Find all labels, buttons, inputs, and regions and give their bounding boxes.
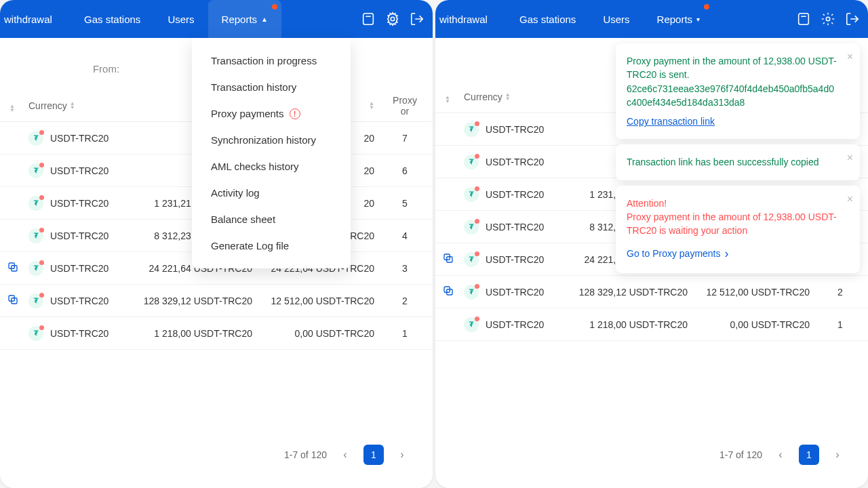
- proxy-cell: 12 512,00 USDT-TRC20: [259, 296, 381, 306]
- toast-attention: × Attention! Proxy payment in the amount…: [616, 186, 860, 273]
- toast-stack: × Proxy payment in the amount of 12,938.…: [616, 43, 860, 273]
- nav-withdrawal[interactable]: withdrawal: [0, 0, 52, 38]
- toast-payment-sent: × Proxy payment in the amount of 12,938.…: [616, 43, 860, 139]
- col-currency[interactable]: Currency▲▼: [22, 100, 123, 111]
- table-row: ₮USDT-TRC201 218,00 USDT-TRC200,00 USDT-…: [0, 317, 433, 350]
- copy-icon[interactable]: [442, 256, 454, 266]
- usdt-icon: ₮: [464, 252, 479, 267]
- nav-reports-label: Reports: [222, 14, 258, 25]
- dd-synchronization-history[interactable]: Synchronization history: [192, 127, 351, 153]
- caret-up-icon: ▲: [261, 16, 268, 23]
- nav-reports-label: Reports: [657, 14, 693, 25]
- count-cell: 3: [381, 263, 429, 274]
- from-label: From:: [93, 63, 119, 75]
- usdt-icon: ₮: [28, 196, 43, 211]
- notification-dot-icon: [704, 4, 709, 9]
- navbar: withdrawal Gas stations Users Reports ▲: [0, 0, 433, 38]
- page-prev[interactable]: ‹: [770, 445, 791, 465]
- dd-transaction-in-progress[interactable]: Transaction in progress: [192, 47, 351, 74]
- count-cell: 7: [381, 133, 429, 144]
- close-icon[interactable]: ×: [847, 49, 853, 64]
- sort-icon[interactable]: ▲▼: [445, 96, 450, 104]
- close-icon[interactable]: ×: [847, 191, 853, 207]
- dd-generate-log-file[interactable]: Generate Log file: [192, 232, 351, 259]
- nav-users[interactable]: Users: [589, 0, 643, 38]
- right-panel: withdrawal Gas stations Users Reports ▾ …: [435, 0, 868, 488]
- currency-cell: ₮USDT-TRC20: [457, 317, 559, 332]
- currency-cell: ₮USDT-TRC20: [22, 196, 123, 211]
- logout-icon[interactable]: [410, 12, 425, 26]
- currency-cell: ₮USDT-TRC20: [22, 326, 123, 341]
- dd-aml-checks-history[interactable]: AML checks history: [192, 153, 351, 180]
- usdt-icon: ₮: [464, 122, 479, 137]
- toast-copied-text: Transaction link has been successfully c…: [627, 155, 838, 169]
- count-cell: 5: [381, 198, 429, 209]
- page-current[interactable]: 1: [363, 445, 384, 465]
- usdt-icon: ₮: [28, 326, 43, 341]
- gear-icon[interactable]: [385, 12, 400, 26]
- copy-icon[interactable]: [442, 288, 454, 299]
- dd-balance-sheet[interactable]: Balance sheet: [192, 206, 351, 232]
- logout-icon[interactable]: [845, 12, 860, 26]
- pagination: 1-7 of 120 ‹ 1 ›: [284, 445, 412, 465]
- dd-transaction-history[interactable]: Transaction history: [192, 74, 351, 100]
- page-current[interactable]: 1: [799, 445, 819, 465]
- currency-cell: ₮USDT-TRC20: [22, 293, 123, 308]
- copy-icon[interactable]: [7, 297, 19, 308]
- table-row: ₮USDT-TRC20128 329,12 USDT-TRC2012 512,0…: [0, 285, 433, 317]
- sort-icon[interactable]: ▲▼: [9, 104, 15, 113]
- toast-sent-text: Proxy payment in the amount of 12,938.00…: [627, 54, 838, 82]
- page-prev[interactable]: ‹: [335, 445, 355, 465]
- nav-reports[interactable]: Reports ▲: [208, 0, 281, 38]
- svg-rect-0: [363, 14, 374, 25]
- pagination-range: 1-7 of 120: [284, 449, 327, 460]
- copy-transaction-link[interactable]: Copy transaction link: [627, 115, 715, 128]
- dd-proxy-payments[interactable]: Proxy payments !: [192, 100, 351, 127]
- copy-icon[interactable]: [7, 264, 19, 275]
- pagination-range: 1-7 of 120: [719, 449, 762, 460]
- count-cell: 2: [816, 287, 864, 298]
- usdt-icon: ₮: [464, 317, 479, 332]
- calculator-icon[interactable]: [796, 12, 811, 26]
- table-row: ₮USDT-TRC20128 329,12 USDT-TRC2012 512,0…: [435, 276, 868, 308]
- currency-cell: ₮USDT-TRC20: [22, 261, 123, 276]
- currency-cell: ₮USDT-TRC20: [22, 228, 123, 243]
- navbar: withdrawal Gas stations Users Reports ▾: [435, 0, 868, 38]
- usdt-icon: ₮: [464, 220, 479, 235]
- col-currency[interactable]: Currency▲▼: [457, 92, 559, 102]
- dd-activity-log[interactable]: Activity log: [192, 180, 351, 206]
- nav-gas-stations[interactable]: Gas stations: [506, 0, 589, 38]
- usdt-icon: ₮: [28, 261, 43, 276]
- svg-point-8: [391, 17, 395, 21]
- nav-withdrawal[interactable]: withdrawal: [435, 0, 488, 38]
- gear-icon[interactable]: [821, 12, 835, 26]
- currency-cell: ₮USDT-TRC20: [457, 220, 559, 235]
- svg-point-18: [826, 17, 830, 21]
- calculator-icon[interactable]: [361, 12, 376, 26]
- dd-proxy-payments-label: Proxy payments: [211, 108, 284, 119]
- usdt-icon: ₮: [28, 131, 43, 146]
- page-next[interactable]: ›: [827, 445, 848, 465]
- proxy-cell: 0,00 USDT-TRC20: [259, 328, 381, 339]
- caret-down-icon: ▾: [696, 16, 700, 23]
- page-next[interactable]: ›: [392, 445, 412, 465]
- currency-cell: ₮USDT-TRC20: [457, 187, 559, 202]
- usdt-icon: ₮: [464, 187, 479, 202]
- initial-cell: 1 218,00 USDT-TRC20: [123, 328, 259, 339]
- usdt-icon: ₮: [464, 285, 479, 300]
- currency-cell: ₮USDT-TRC20: [457, 252, 559, 267]
- currency-cell: ₮USDT-TRC20: [22, 131, 123, 146]
- nav-reports[interactable]: Reports ▾: [644, 0, 714, 38]
- usdt-icon: ₮: [464, 155, 479, 169]
- nav-users[interactable]: Users: [154, 0, 208, 38]
- col-last[interactable]: Proxy or: [381, 95, 429, 117]
- currency-cell: ₮USDT-TRC20: [457, 122, 559, 137]
- go-to-proxy-payments[interactable]: Go to Proxy payments: [627, 245, 729, 262]
- proxy-cell: 12 512,00 USDT-TRC20: [694, 287, 816, 298]
- toast-attention-body: Proxy payment in the amount of 12,938.00…: [627, 210, 838, 238]
- nav-gas-stations[interactable]: Gas stations: [71, 0, 154, 38]
- toast-link-copied: × Transaction link has been successfully…: [616, 144, 860, 180]
- svg-rect-16: [799, 14, 809, 25]
- initial-cell: 1 218,00 USDT-TRC20: [559, 319, 694, 330]
- close-icon[interactable]: ×: [847, 150, 853, 165]
